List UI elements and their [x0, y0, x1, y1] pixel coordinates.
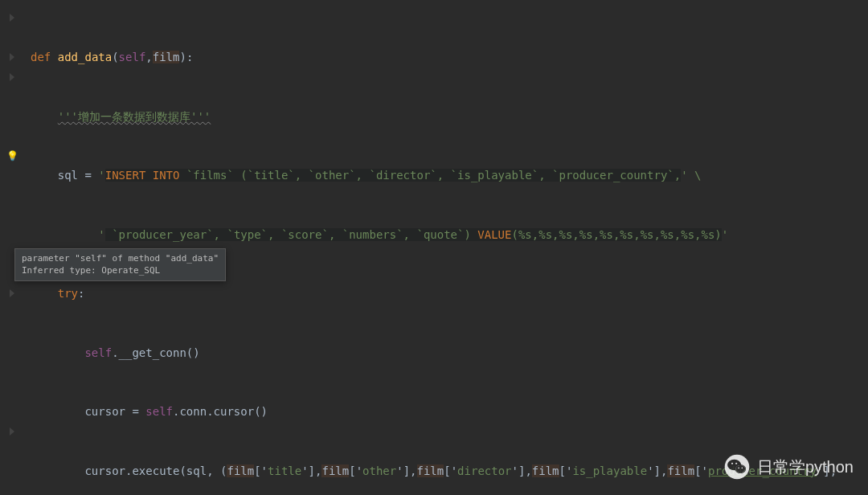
code-line[interactable]: def add_data(self,film):: [31, 47, 868, 68]
code-area[interactable]: def add_data(self,film): '''增加一条数据到数据库''…: [24, 0, 868, 495]
svg-point-8: [741, 467, 743, 468]
svg-point-4: [735, 465, 745, 472]
code-line[interactable]: '''增加一条数据到数据库''': [31, 107, 868, 127]
svg-point-5: [731, 463, 733, 464]
lightbulb-icon[interactable]: 💡: [6, 150, 18, 162]
code-line[interactable]: self.__get_conn(): [31, 343, 868, 363]
code-line[interactable]: cursor = self.conn.cursor(): [31, 402, 868, 422]
watermark: 日常学python: [723, 453, 854, 481]
wechat-icon: [723, 453, 751, 481]
watermark-text: 日常学python: [757, 456, 854, 478]
code-editor[interactable]: 💡 def add_data(self,film): '''增加一条数据到数据库…: [0, 0, 868, 495]
code-line[interactable]: try:: [31, 284, 868, 304]
type-hint-tooltip: parameter "self" of method "add_data" In…: [14, 248, 226, 281]
code-line[interactable]: ' `producer_year`, `type`, `score`, `num…: [31, 225, 868, 245]
gutter: 💡: [0, 0, 24, 495]
code-line[interactable]: sql = 'INSERT INTO `films` (`title`, `ot…: [31, 166, 868, 186]
svg-point-7: [738, 467, 739, 468]
svg-point-6: [735, 463, 737, 464]
